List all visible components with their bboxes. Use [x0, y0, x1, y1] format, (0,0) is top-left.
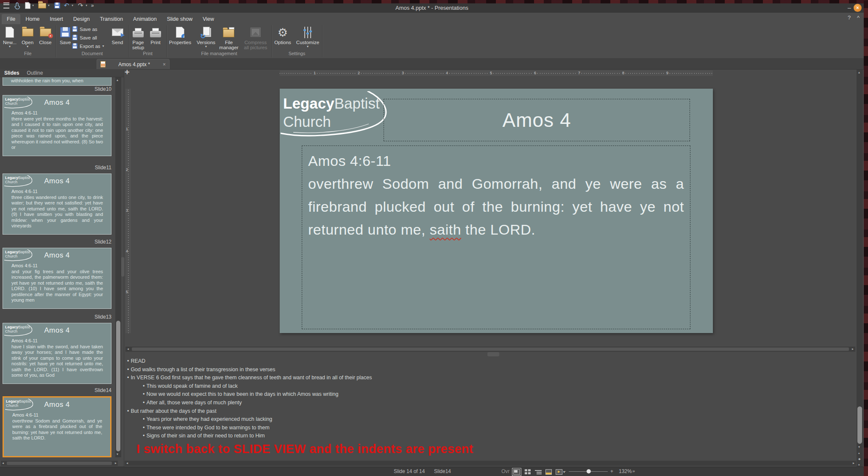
- speaker-notes[interactable]: •READ •God walks through a list of their…: [127, 357, 763, 440]
- menu-transition[interactable]: Transition: [95, 14, 128, 24]
- scrollbar-thumb[interactable]: [857, 406, 862, 444]
- slide-thumbnail-partial[interactable]: withholden the rain from you, when: [3, 77, 111, 86]
- print-icon: [150, 31, 161, 37]
- statusbar-overflow-icon[interactable]: »: [632, 468, 635, 473]
- collapse-ribbon-button[interactable]: ^: [857, 14, 860, 21]
- menu-home[interactable]: Home: [20, 14, 45, 24]
- page-setup-button[interactable]: Page setup: [130, 25, 147, 50]
- customize-button[interactable]: Customize ▾: [296, 25, 320, 48]
- menu-animation[interactable]: Animation: [128, 14, 162, 24]
- notes-horizontal-scrollbar[interactable]: ◂ ▸: [125, 461, 856, 466]
- panel-splitter-grip[interactable]: [121, 257, 124, 277]
- scroll-right-icon[interactable]: ▸: [115, 462, 117, 465]
- scroll-left-icon[interactable]: ◂: [127, 347, 129, 351]
- zoom-out-button[interactable]: −: [563, 468, 566, 474]
- vertical-ruler[interactable]: 1 2 3 4 5: [125, 89, 131, 333]
- slide-canvas[interactable]: LegacyBaptist Church Amos 4 Amos 4:6-11 …: [280, 89, 713, 333]
- normal-view-button[interactable]: [512, 468, 521, 476]
- scroll-left-icon[interactable]: ◂: [2, 462, 4, 465]
- previous-slide-icon[interactable]: ▴: [858, 451, 860, 455]
- undo-dropdown-caret-icon[interactable]: ▾: [71, 1, 74, 10]
- compress-all-pictures-button: Compress all pictures: [242, 25, 269, 50]
- slide-thumbnail-12[interactable]: LegacyBaptist Church Amos 4 Amos 4:6-11 …: [3, 248, 111, 309]
- scrollbar-thumb[interactable]: [7, 462, 112, 465]
- save-icon[interactable]: [53, 1, 61, 10]
- save-button[interactable]: Save: [57, 25, 74, 45]
- tab-outline[interactable]: Outline: [27, 70, 43, 76]
- open-dropdown-caret-icon[interactable]: ▾: [47, 1, 50, 10]
- scroll-up-icon[interactable]: ▴: [858, 71, 860, 74]
- export-as-button[interactable]: Export as ▾: [72, 43, 104, 49]
- editor-horizontal-scrollbar[interactable]: ◂ ▸: [125, 347, 855, 352]
- ruler-origin-crosshair[interactable]: +: [125, 67, 130, 77]
- scroll-left-icon[interactable]: ◂: [126, 462, 128, 465]
- editor-vertical-scrollbar[interactable]: ▴ ▾ ▴ ◆ ▾: [857, 70, 863, 467]
- horizontal-ruler[interactable]: 1 2 3 4 5 6 7 8 9: [280, 70, 713, 76]
- new-dropdown-caret-icon[interactable]: ▾: [31, 1, 35, 10]
- close-document-button[interactable]: × Close: [37, 25, 54, 45]
- next-slide-icon[interactable]: ▾: [858, 463, 860, 467]
- compress-pictures-icon: [250, 28, 261, 37]
- slide-thumbnail-11[interactable]: LegacyBaptist Church Amos 4 Amos 4:6-11 …: [3, 174, 111, 235]
- scrollbar-thumb[interactable]: [132, 347, 849, 351]
- print-button[interactable]: Print: [147, 25, 164, 45]
- tab-close-icon[interactable]: ×: [163, 62, 166, 67]
- panel-tab-bar: Slides Outline: [0, 69, 124, 77]
- menu-slide-show[interactable]: Slide show: [162, 14, 198, 24]
- hamburger-menu-icon[interactable]: [3, 1, 10, 10]
- scroll-right-icon[interactable]: ▸: [852, 347, 854, 351]
- panel-vertical-scrollbar[interactable]: ▴ ▾: [115, 77, 121, 457]
- save-all-button[interactable]: Save all: [72, 35, 97, 40]
- zoom-slider-knob[interactable]: [587, 469, 591, 473]
- thumbnail-text: withholden the rain from you, when: [11, 78, 103, 83]
- body-placeholder[interactable]: Amos 4:6-11 overthrew Sodom and Gomorrah…: [302, 146, 690, 329]
- slide-thumbnail-13[interactable]: LegacyBaptist Church Amos 4 Amos 4:6-11 …: [3, 323, 111, 384]
- scroll-down-icon[interactable]: ▾: [858, 445, 860, 449]
- close-button[interactable]: ×: [854, 4, 862, 12]
- notes-view-button[interactable]: [545, 469, 552, 475]
- browse-object-icon[interactable]: ◆: [858, 457, 860, 461]
- new-document-icon[interactable]: [24, 1, 31, 10]
- slide-label: Slide10: [3, 86, 111, 92]
- panel-horizontal-scrollbar[interactable]: ◂ ▸: [1, 461, 118, 466]
- save-as-button[interactable]: Save as: [72, 26, 97, 32]
- menu-design[interactable]: Design: [68, 14, 95, 24]
- group-label-settings: Settings: [272, 51, 322, 56]
- redo-dropdown-caret-icon[interactable]: ▾: [85, 1, 88, 10]
- redo-icon[interactable]: ↷: [77, 1, 84, 10]
- scrollbar-thumb[interactable]: [116, 321, 120, 451]
- tab-slides[interactable]: Slides: [4, 70, 19, 76]
- slide-thumbnail-10[interactable]: LegacyBaptist Church Amos 4 Amos 4:6-11 …: [3, 95, 111, 156]
- outline-view-button[interactable]: [534, 469, 542, 475]
- overwrite-indicator[interactable]: Ovr: [501, 468, 509, 474]
- help-button[interactable]: ?: [848, 14, 851, 21]
- menu-view[interactable]: View: [198, 14, 219, 24]
- group-separator: [322, 25, 323, 57]
- title-placeholder[interactable]: Amos 4: [384, 99, 690, 141]
- open-folder-icon[interactable]: [37, 1, 47, 10]
- send-button[interactable]: Send: [109, 25, 126, 45]
- minimize-button[interactable]: –: [845, 3, 854, 13]
- new-button[interactable]: New... ▾: [1, 25, 18, 48]
- zoom-level[interactable]: 132%: [619, 468, 632, 474]
- slide-thumbnail-14-selected[interactable]: LegacyBaptist Church Amos 4 Amos 4:6-11 …: [3, 396, 111, 457]
- undo-icon[interactable]: ↶: [63, 1, 70, 10]
- notes-bullet: •In VERSE 6 God first says that he gave …: [127, 374, 763, 382]
- document-tab[interactable]: Amos 4.pptx * ×: [97, 59, 170, 69]
- open-button[interactable]: Open ▾: [19, 25, 36, 48]
- zoom-in-button[interactable]: +: [610, 468, 613, 474]
- versions-button[interactable]: ↻ Versions ▾: [196, 25, 216, 48]
- scroll-right-icon[interactable]: ▸: [853, 462, 854, 465]
- toolbar-overflow-icon[interactable]: »: [90, 1, 95, 10]
- file-manager-button[interactable]: File manager: [218, 25, 240, 50]
- touch-mode-icon[interactable]: [13, 1, 21, 10]
- scroll-up-icon[interactable]: ▴: [117, 78, 118, 82]
- options-button[interactable]: ⚙ Options: [273, 25, 292, 45]
- notes-splitter-grip[interactable]: [487, 352, 499, 356]
- slide-sorter-view-button[interactable]: [524, 469, 531, 475]
- menu-insert[interactable]: Insert: [45, 14, 68, 24]
- properties-button[interactable]: i Properties: [168, 25, 192, 45]
- scroll-down-icon[interactable]: ▾: [117, 453, 118, 456]
- menu-file[interactable]: File: [2, 14, 20, 24]
- title-bar[interactable]: Amos 4.pptx * - Presentations: [0, 3, 864, 13]
